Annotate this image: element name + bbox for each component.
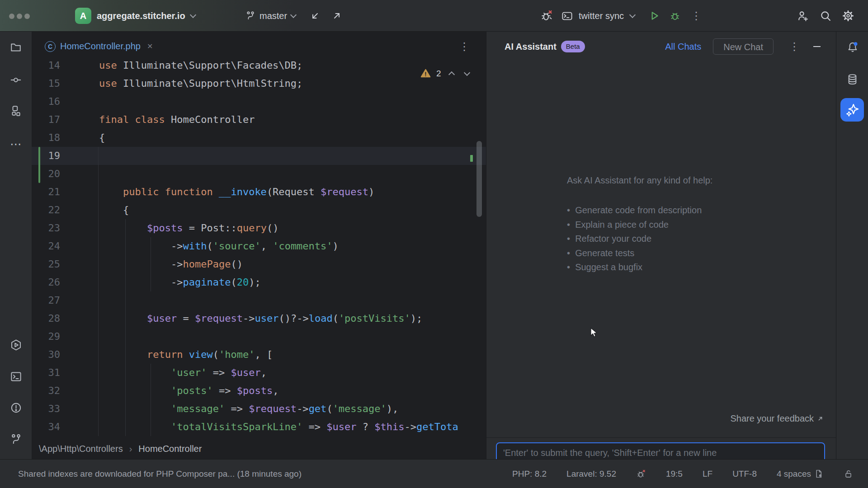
encoding-widget[interactable]: UTF-8: [732, 469, 757, 479]
code-line[interactable]: 20: [32, 165, 486, 183]
database-icon[interactable]: [846, 73, 859, 85]
code-line[interactable]: 33 'message' => $request->get('message')…: [32, 400, 486, 418]
new-chat-button[interactable]: New Chat: [713, 38, 774, 55]
ai-assistant-panel: AI Assistant Beta All Chats New Chat ⋮ A…: [486, 32, 836, 459]
previous-problem-button[interactable]: [447, 69, 457, 79]
search-icon[interactable]: [819, 9, 832, 22]
window-controls[interactable]: [9, 14, 30, 19]
tab-homecontroller[interactable]: C HomeController.php ✕: [38, 32, 159, 61]
warning-count[interactable]: 2: [436, 69, 441, 79]
code-text: use Illuminate\Support\HtmlString;: [60, 75, 302, 93]
more-actions-kebab[interactable]: ⋮: [691, 9, 702, 22]
close-icon[interactable]: ✕: [147, 42, 153, 51]
unlocked-icon[interactable]: [844, 469, 854, 479]
code-text: [60, 165, 99, 183]
line-number: 20: [32, 165, 60, 183]
vcs-change-marker[interactable]: [38, 147, 40, 183]
run-button[interactable]: [648, 10, 660, 22]
hint-item: Suggest a bugfix: [567, 260, 712, 275]
code-text: return view('home', [: [60, 346, 273, 364]
code-line[interactable]: 34 'totalVisitsSparkLine' => $user ? $th…: [32, 418, 486, 436]
line-number: 15: [32, 75, 60, 93]
line-number: 31: [32, 364, 60, 382]
breadcrumb-namespace[interactable]: \App\Http\Controllers: [39, 444, 123, 454]
editor-tab-bar: C HomeController.php ✕ ⋮: [32, 32, 486, 61]
push-button[interactable]: [331, 10, 342, 21]
code-line[interactable]: 19: [32, 147, 486, 165]
warning-triangle-icon[interactable]: [420, 68, 431, 79]
code-line[interactable]: 22 {: [32, 201, 486, 219]
code-line[interactable]: 24 ->with('source', 'comments'): [32, 237, 486, 255]
terminal-icon[interactable]: [10, 371, 22, 383]
code-line[interactable]: 18{: [32, 129, 486, 147]
indent-guide: [151, 237, 151, 291]
breadcrumb-class[interactable]: HomeController: [138, 444, 202, 454]
code-line[interactable]: 23 $posts = Post::query(): [32, 219, 486, 237]
add-user-icon[interactable]: [797, 9, 809, 22]
tab-options-kebab[interactable]: ⋮: [459, 40, 470, 53]
debugger-disconnected-icon[interactable]: [540, 9, 553, 22]
code-text: final class HomeController: [60, 111, 255, 129]
code-line[interactable]: 26 ->paginate(20);: [32, 273, 486, 291]
code-line[interactable]: 31 'user' => $user,: [32, 364, 486, 382]
caret-position-widget[interactable]: 19:5: [666, 469, 683, 479]
hide-panel-button[interactable]: [813, 46, 821, 47]
ai-assistant-tool-icon[interactable]: [840, 98, 864, 122]
problems-icon[interactable]: [10, 402, 22, 414]
chevron-down-icon: [290, 12, 297, 18]
branch-widget[interactable]: master: [245, 0, 296, 32]
status-message[interactable]: Shared indexes are downloaded for PHP Co…: [18, 469, 302, 479]
debug-button[interactable]: [669, 10, 681, 22]
commit-icon[interactable]: [10, 74, 22, 86]
run-config-name[interactable]: twitter sync: [579, 11, 624, 21]
code-line[interactable]: 16: [32, 93, 486, 111]
code-line[interactable]: 25 ->homePage(): [32, 255, 486, 273]
file-settings-icon: [814, 469, 824, 479]
code-line[interactable]: 27: [32, 291, 486, 310]
laravel-version-widget[interactable]: Laravel: 9.52: [566, 469, 616, 479]
more-tool-windows-icon[interactable]: ⋯: [10, 138, 22, 150]
editor-scrollbar[interactable]: [476, 141, 482, 217]
code-text: ->with('source', 'comments'): [60, 237, 339, 255]
ai-options-kebab[interactable]: ⋮: [789, 40, 800, 53]
project-widget[interactable]: A aggregate.stitcher.io: [75, 0, 195, 32]
code-line[interactable]: 30 return view('home', [: [32, 346, 486, 364]
code-editor[interactable]: 14use Illuminate\Support\Facades\DB;15us…: [32, 61, 486, 438]
window-zoom-button[interactable]: [24, 14, 30, 19]
settings-gear-icon[interactable]: [842, 9, 854, 22]
code-line[interactable]: 28 $user = $request->user()?->load('post…: [32, 310, 486, 328]
code-text: [60, 328, 99, 346]
code-line[interactable]: 32 'posts' => $posts,: [32, 382, 486, 400]
ai-hint-title: Ask AI Assistant for any kind of help:: [567, 175, 712, 186]
window-close-button[interactable]: [9, 14, 14, 19]
line-ending-widget[interactable]: LF: [703, 469, 712, 479]
notifications-bell-icon[interactable]: [846, 41, 859, 54]
update-project-button[interactable]: [310, 10, 321, 21]
all-chats-link[interactable]: All Chats: [665, 42, 701, 52]
divider: [486, 437, 836, 438]
next-problem-button[interactable]: [462, 69, 472, 79]
services-icon[interactable]: [10, 339, 22, 351]
php-version-widget[interactable]: PHP: 8.2: [512, 469, 547, 479]
run-config-icon[interactable]: [561, 10, 573, 22]
hint-item: Generate code from description: [567, 203, 712, 218]
line-number: 24: [32, 237, 60, 255]
debugger-disconnected-icon[interactable]: [636, 469, 646, 479]
window-minimize-button[interactable]: [17, 14, 22, 19]
code-line[interactable]: 21 public function __invoke(Request $req…: [32, 183, 486, 201]
indent-widget[interactable]: 4 spaces: [777, 469, 824, 479]
code-line[interactable]: 14use Illuminate\Support\Facades\DB;: [32, 61, 486, 75]
project-folder-icon[interactable]: [10, 42, 22, 53]
code-line[interactable]: 17final class HomeController: [32, 111, 486, 129]
share-feedback-link[interactable]: Share your feedback: [730, 413, 824, 424]
breadcrumb-separator-icon: ›: [129, 444, 132, 454]
project-avatar: A: [75, 8, 91, 24]
structure-icon[interactable]: [10, 105, 22, 117]
error-stripe-change-mark[interactable]: [470, 155, 473, 162]
status-bar: Shared indexes are downloaded for PHP Co…: [0, 459, 868, 488]
code-line[interactable]: 15use Illuminate\Support\HtmlString;: [32, 75, 486, 93]
chevron-down-icon[interactable]: [629, 12, 636, 18]
code-line[interactable]: 29: [32, 328, 486, 346]
version-control-icon[interactable]: [10, 433, 22, 446]
code-text: use Illuminate\Support\Facades\DB;: [60, 61, 302, 75]
